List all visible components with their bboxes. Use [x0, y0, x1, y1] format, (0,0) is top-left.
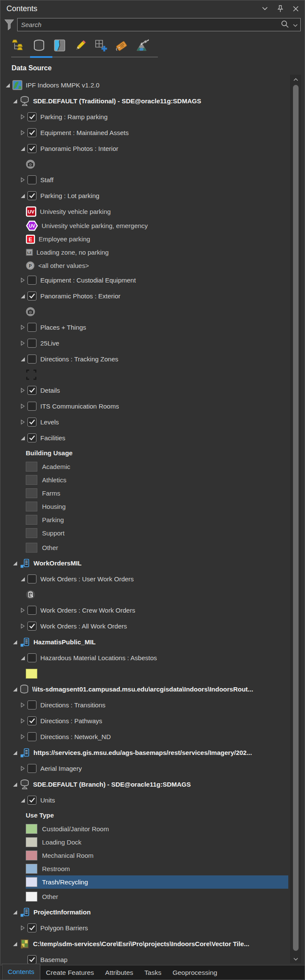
expander-expanded-icon[interactable]: [20, 655, 25, 661]
layer-row[interactable]: Facilities: [20, 430, 288, 446]
list-by-snapping-icon[interactable]: [94, 38, 108, 53]
legend-row[interactable]: UVUnivesity vehicle parking: [26, 204, 288, 219]
layer-row[interactable]: Directions : Transitions: [20, 697, 288, 713]
expander-expanded-icon[interactable]: [12, 782, 18, 787]
layer-row[interactable]: 25Live: [20, 335, 288, 351]
source-row[interactable]: SDE.DEFAULT (Branch) - SDE@oracle11g:SDM…: [12, 776, 288, 792]
layer-row[interactable]: Parking : Lot parking: [20, 188, 288, 204]
layer-visibility-checkbox[interactable]: [27, 339, 36, 348]
expander-expanded-icon[interactable]: [12, 687, 18, 692]
expander-collapsed-icon[interactable]: [20, 177, 25, 183]
layer-row[interactable]: Equipment : Maintained Assets: [20, 125, 288, 141]
close-icon[interactable]: [292, 5, 299, 12]
scrollbar-thumb[interactable]: [293, 85, 299, 951]
legend-row[interactable]: Mechanical Room: [26, 849, 288, 862]
scrollbar-up-icon[interactable]: [293, 76, 298, 82]
expander-collapsed-icon[interactable]: [20, 925, 25, 931]
layer-row[interactable]: Work Orders : Crew Work Orders: [20, 602, 288, 618]
layer-visibility-checkbox[interactable]: [27, 323, 36, 332]
legend-row[interactable]: Custodial/Janitor Room: [26, 822, 288, 836]
expander-collapsed-icon[interactable]: [20, 702, 25, 708]
layer-visibility-checkbox[interactable]: [27, 128, 36, 137]
layer-visibility-checkbox[interactable]: [27, 144, 36, 153]
expander-collapsed-icon[interactable]: [20, 419, 25, 425]
expander-collapsed-icon[interactable]: [20, 277, 25, 283]
list-by-labeling-icon[interactable]: [114, 38, 129, 53]
expander-collapsed-icon[interactable]: [20, 607, 25, 613]
legend-row[interactable]: EEmployee parking: [26, 232, 288, 246]
list-by-data-source-icon[interactable]: [32, 38, 46, 53]
expander-collapsed-icon[interactable]: [20, 623, 25, 629]
layer-visibility-checkbox[interactable]: [27, 796, 36, 805]
expander-collapsed-icon[interactable]: [20, 718, 25, 724]
list-by-selection-icon[interactable]: [52, 38, 67, 53]
legend-row[interactable]: Farms: [26, 487, 288, 500]
layer-row[interactable]: ITS Communication Rooms: [20, 398, 288, 414]
legend-row[interactable]: [26, 156, 288, 172]
source-row[interactable]: \\its-sdmagsent01.campusad.msu.edu\arcgi…: [12, 681, 288, 697]
legend-row[interactable]: Other: [26, 540, 288, 555]
expander-expanded-icon[interactable]: [20, 357, 25, 362]
source-row[interactable]: HazmatisPublic_MIL: [12, 634, 288, 650]
filter-icon[interactable]: [3, 18, 15, 31]
list-by-perspective-imagery-icon[interactable]: [135, 38, 149, 53]
expander-expanded-icon[interactable]: [20, 436, 25, 441]
layer-row[interactable]: Levels: [20, 414, 288, 430]
layer-row[interactable]: Basemap: [20, 952, 288, 965]
layer-visibility-checkbox[interactable]: [27, 386, 36, 395]
layer-row[interactable]: Directions : Network_ND: [20, 729, 288, 745]
layer-row[interactable]: Work Orders : All Work Orders: [20, 618, 288, 634]
layer-visibility-checkbox[interactable]: [27, 622, 36, 631]
layer-row[interactable]: Panoramic Photos : Exterior: [20, 288, 288, 304]
expander-collapsed-icon[interactable]: [20, 388, 25, 393]
layer-row[interactable]: Parking : Ramp parking: [20, 109, 288, 125]
layer-row[interactable]: Panoramic Photos : Interior: [20, 141, 288, 156]
legend-row[interactable]: [26, 304, 288, 319]
layer-row[interactable]: Equipment : Custodial Equipment: [20, 272, 288, 288]
layer-visibility-checkbox[interactable]: [27, 764, 36, 773]
layer-visibility-checkbox[interactable]: [27, 175, 36, 184]
legend-row[interactable]: Athletics: [26, 473, 288, 487]
expander-expanded-icon[interactable]: [12, 99, 18, 104]
layer-row[interactable]: Places + Things: [20, 319, 288, 335]
pane-menu-chevron-icon[interactable]: [261, 5, 269, 12]
expander-expanded-icon[interactable]: [12, 750, 18, 755]
expander-expanded-icon[interactable]: [20, 577, 25, 582]
expander-collapsed-icon[interactable]: [20, 734, 25, 740]
source-row[interactable]: ProjectInformation: [12, 904, 288, 920]
vertical-scrollbar[interactable]: [290, 75, 301, 963]
tab-contents[interactable]: Contents: [2, 964, 40, 980]
expander-expanded-icon[interactable]: [20, 294, 25, 299]
source-row[interactable]: C:\temp\sdm-services\Core\Esri\Pro\proje…: [12, 936, 288, 952]
layer-visibility-checkbox[interactable]: [27, 653, 36, 662]
legend-row[interactable]: [26, 587, 288, 602]
layer-visibility-checkbox[interactable]: [27, 716, 36, 725]
legend-row[interactable]: Academic: [26, 460, 288, 473]
layer-visibility-checkbox[interactable]: [27, 402, 36, 411]
layer-visibility-checkbox[interactable]: [27, 955, 36, 964]
layer-row[interactable]: Staff: [20, 172, 288, 188]
search-icon[interactable]: [281, 20, 289, 30]
tab-geoprocessing[interactable]: Geoprocessing: [167, 965, 223, 980]
search-input[interactable]: [21, 21, 281, 28]
legend-row[interactable]: Restroom: [26, 862, 288, 875]
expander-collapsed-icon[interactable]: [20, 766, 25, 771]
legend-row[interactable]: Other: [26, 889, 288, 904]
legend-row[interactable]: Support: [26, 526, 288, 540]
tab-create-features[interactable]: Create Features: [40, 965, 100, 980]
source-row[interactable]: https://services.gis.msu.edu/ags-basemap…: [12, 745, 288, 761]
layer-visibility-checkbox[interactable]: [27, 292, 36, 301]
layer-row[interactable]: Directions : Tracking Zones: [20, 351, 288, 367]
layer-visibility-checkbox[interactable]: [27, 574, 36, 583]
legend-row[interactable]: P<all other values>: [26, 259, 288, 272]
group-row[interactable]: IPF Indoors MMPK v1.2.0: [5, 77, 288, 93]
tab-attributes[interactable]: Attributes: [100, 965, 139, 980]
layer-visibility-checkbox[interactable]: [27, 418, 36, 427]
expander-collapsed-icon[interactable]: [20, 114, 25, 120]
legend-header-row[interactable]: Building Usage: [26, 446, 288, 460]
layer-visibility-checkbox[interactable]: [27, 433, 36, 442]
expander-collapsed-icon[interactable]: [20, 325, 25, 330]
layer-visibility-checkbox[interactable]: [27, 606, 36, 615]
layer-row[interactable]: Polygon Barriers: [20, 920, 288, 936]
legend-row[interactable]: LZLoading zone, no parking: [26, 246, 288, 259]
